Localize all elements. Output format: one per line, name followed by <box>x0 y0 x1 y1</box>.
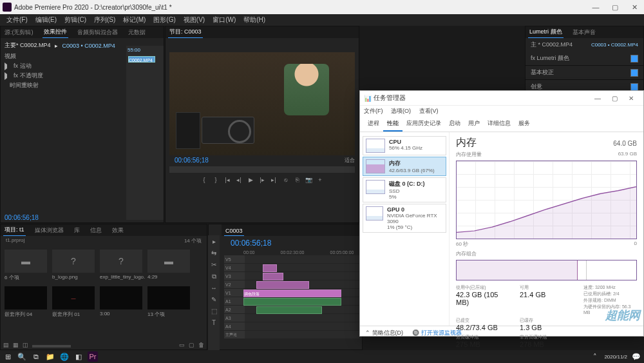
lumetri-basic[interactable]: 基本校正 <box>531 68 554 77</box>
close-button[interactable]: ✕ <box>625 0 644 14</box>
tm-menu-options[interactable]: 选项(O) <box>391 108 411 114</box>
fx-mini-timeline[interactable]: 55:00 <box>126 46 164 220</box>
minimize-button[interactable]: — <box>589 95 606 102</box>
tab-project[interactable]: 项目: t1 <box>3 224 26 236</box>
timeline-timecode[interactable]: 00:06:56;18 <box>225 237 276 249</box>
trash-icon[interactable]: 🗑 <box>198 342 204 348</box>
slip-tool[interactable]: ⧉ <box>209 273 218 282</box>
metric-disk[interactable]: 磁盘 0 (C: D:)SSD5% <box>363 177 446 202</box>
bin-item[interactable]: 13 个项 <box>147 286 190 318</box>
clip-segment[interactable]: 调色段落 <box>243 289 341 297</box>
play-button[interactable]: ▶ <box>246 175 255 184</box>
fx-mini-clip[interactable]: C0002.MP4 <box>128 56 155 63</box>
tab-metadata[interactable]: 元数据 <box>127 27 147 38</box>
icon-view-icon[interactable]: ▦ <box>13 342 19 348</box>
export-frame-button[interactable]: 📷 <box>304 175 313 184</box>
menu-view[interactable]: 视图(V) <box>180 15 209 25</box>
premiere-taskbar-icon[interactable]: Pr <box>88 351 98 362</box>
bin-item[interactable]: ▬6 个项 <box>5 250 47 281</box>
fewer-details-toggle[interactable]: ⌃ 简略信息(D) <box>365 329 403 337</box>
menu-help[interactable]: 帮助(H) <box>240 15 269 25</box>
tm-tab-details[interactable]: 详细信息 <box>484 117 515 132</box>
pen-tool[interactable]: ✎ <box>209 296 218 305</box>
tab-effects[interactable]: 效果 <box>111 225 125 236</box>
tab-effect-controls[interactable]: 效果控件 <box>43 26 68 38</box>
timeline-tracks[interactable]: 00:00 00:02:30:00 00:05:00:00 V5 V4 V3 V… <box>222 250 362 338</box>
disclosure-icon[interactable] <box>5 63 11 70</box>
menu-sequence[interactable]: 序列(S) <box>90 15 119 25</box>
list-view-icon[interactable]: ▤ <box>3 342 9 348</box>
tab-program[interactable]: 节目: C0003 <box>168 26 203 38</box>
program-fit[interactable]: 适合 <box>345 157 355 164</box>
tm-tab-services[interactable]: 服务 <box>515 117 534 132</box>
tm-tab-history[interactable]: 应用历史记录 <box>402 117 445 132</box>
bin-item[interactable]: 3:00 <box>100 286 142 318</box>
track-select-tool[interactable]: ⇆ <box>209 250 218 259</box>
mark-out-button[interactable]: } <box>211 175 220 184</box>
close-button[interactable]: ✕ <box>623 95 639 102</box>
metric-cpu[interactable]: CPU56% 4.15 GHz <box>363 136 446 155</box>
tm-tab-processes[interactable]: 进程 <box>364 117 383 132</box>
search-icon[interactable]: 🔍 <box>17 351 27 362</box>
notification-icon[interactable]: 💬 <box>631 351 641 362</box>
tm-menu-view[interactable]: 查看(V) <box>419 108 439 114</box>
lumetri-enable-checkbox[interactable] <box>630 55 638 63</box>
program-timecode[interactable]: 00:06:56;18 <box>169 155 214 165</box>
tab-media-browser[interactable]: 媒体浏览器 <box>33 225 65 236</box>
ripple-tool[interactable]: ↔ <box>209 284 218 293</box>
go-in-button[interactable]: |◂ <box>223 175 232 184</box>
start-button[interactable]: ⊞ <box>3 351 13 362</box>
bin-item[interactable]: —嵌套序列 01 <box>52 286 95 318</box>
menu-marker[interactable]: 标记(M) <box>119 15 149 25</box>
bin-item[interactable]: 嵌套序列 04 <box>5 286 47 318</box>
extract-button[interactable]: ⎘ <box>292 175 301 184</box>
lift-button[interactable]: ⎋ <box>281 175 290 184</box>
tab-info[interactable]: 信息 <box>89 225 103 236</box>
type-tool[interactable]: T <box>209 319 218 328</box>
tab-lumetri[interactable]: Lumetri 颜色 <box>528 26 564 38</box>
maximize-button[interactable]: ▢ <box>605 0 625 14</box>
taskbar-clock[interactable]: 2020/11/2 <box>604 354 627 360</box>
zoom-slider[interactable] <box>32 345 71 348</box>
metric-memory[interactable]: 内存42.6/63.9 GB (67%) <box>363 157 446 176</box>
menu-file[interactable]: 文件(F) <box>3 15 32 25</box>
tm-tab-performance[interactable]: 性能 <box>383 117 402 132</box>
basic-enable-checkbox[interactable] <box>630 69 638 77</box>
program-viewer[interactable] <box>169 52 355 155</box>
bin-item[interactable]: ?b_logo.png <box>52 250 95 281</box>
task-view-icon[interactable]: ⧉ <box>31 351 41 362</box>
settings-button[interactable]: + <box>316 175 325 184</box>
bin-item[interactable]: ?exp_little_tiny_logo. <box>100 250 142 281</box>
step-back-button[interactable]: ◂| <box>234 175 243 184</box>
menu-edit[interactable]: 编辑(E) <box>32 15 61 25</box>
tab-sequence[interactable]: C0003 <box>224 226 244 236</box>
program-scrubber[interactable] <box>169 166 355 173</box>
app-icon[interactable]: ◧ <box>73 351 84 362</box>
tm-tab-startup[interactable]: 启动 <box>445 117 464 132</box>
metric-gpu[interactable]: GPU 0NVIDIA GeForce RTX 30901% (59 °C) <box>363 204 446 233</box>
explorer-icon[interactable]: 📁 <box>45 351 55 362</box>
fx-row-opacity[interactable]: fx 不透明度 <box>14 72 43 80</box>
tab-audio-mixer[interactable]: 音频剪辑混合器 <box>76 27 119 38</box>
hand-tool[interactable]: ⬚ <box>209 308 218 317</box>
selection-tool[interactable]: ▸ <box>209 238 218 247</box>
new-bin-icon[interactable]: ▭ <box>179 342 185 348</box>
fx-row-timeremap[interactable]: 时间重映射 <box>10 81 39 90</box>
maximize-button[interactable]: ▢ <box>606 95 623 102</box>
menu-graphics[interactable]: 图形(G) <box>149 15 179 25</box>
razor-tool[interactable]: ✂ <box>209 261 218 270</box>
disclosure-icon[interactable] <box>5 72 11 80</box>
tray-chevron-icon[interactable]: ˄ <box>590 351 600 362</box>
chrome-icon[interactable]: 🌐 <box>59 351 70 362</box>
step-fwd-button[interactable]: |▸ <box>258 175 267 184</box>
tab-essential-sound[interactable]: 基本声音 <box>571 27 597 38</box>
new-item-icon[interactable]: ▢ <box>189 342 194 348</box>
open-resmon-link[interactable]: 🔘 打开资源监视器 <box>412 329 462 337</box>
menu-clip[interactable]: 剪辑(C) <box>61 15 90 25</box>
go-out-button[interactable]: ▸| <box>269 175 278 184</box>
tm-tab-users[interactable]: 用户 <box>464 117 484 132</box>
freeform-view-icon[interactable]: ◫ <box>23 342 28 348</box>
bin-item[interactable]: ▬4:29 <box>147 250 190 281</box>
lumetri-fx-row[interactable]: fx Lumetri 颜色 <box>531 54 569 63</box>
tab-libraries[interactable]: 库 <box>73 225 81 236</box>
